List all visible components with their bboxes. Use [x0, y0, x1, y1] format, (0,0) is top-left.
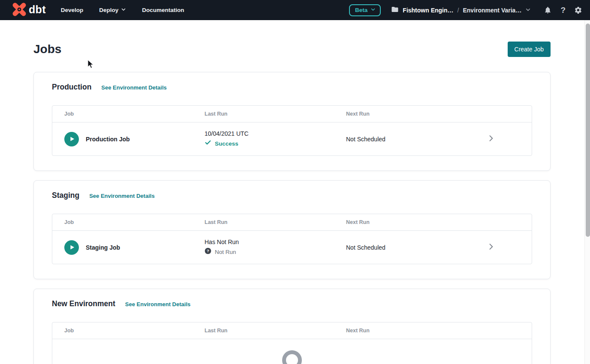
success-check-icon	[205, 139, 211, 148]
breadcrumb[interactable]: Fishtown Engin… / Environment Varia…	[391, 6, 531, 15]
column-header-last-run: Last Run	[205, 111, 346, 117]
job-row-staging[interactable]: Staging Job Has Not Run ? Not Run Not Sc…	[52, 231, 532, 264]
breadcrumb-page[interactable]: Environment Varia…	[463, 7, 521, 14]
not-run-question-icon: ?	[205, 248, 211, 256]
column-header-next-run: Next Run	[346, 219, 450, 225]
nav-item-deploy[interactable]: Deploy	[99, 7, 126, 13]
jobs-table: Job Last Run Next Run Staging Job Has No…	[52, 214, 532, 264]
main-content: Jobs Create Job Production See Environme…	[0, 20, 590, 364]
create-job-button[interactable]: Create Job	[508, 42, 551, 57]
run-job-play-button[interactable]	[64, 240, 79, 255]
job-row-production[interactable]: Production Job 10/04/2021 UTC Success No…	[52, 122, 532, 155]
next-run-value: Not Scheduled	[346, 244, 450, 251]
dbt-logo[interactable]: dbt	[12, 2, 46, 18]
chevron-right-icon[interactable]	[487, 134, 495, 144]
environment-card-new-environment: New Environment See Environment Details …	[33, 289, 551, 364]
primary-nav: Develop Deploy Documentation	[61, 7, 184, 13]
job-name[interactable]: Production Job	[86, 136, 130, 143]
chevron-down-icon	[525, 6, 531, 14]
column-header-job: Job	[52, 111, 205, 117]
play-icon	[69, 136, 75, 142]
empty-jobs-area	[52, 339, 532, 364]
column-header-job: Job	[52, 219, 205, 225]
scrollbar-thumb[interactable]	[586, 24, 590, 237]
chevron-right-icon[interactable]	[487, 242, 495, 253]
breadcrumb-separator: /	[458, 7, 459, 14]
scrollbar-track[interactable]	[584, 20, 590, 364]
environment-card-production: Production See Environment Details Job L…	[33, 72, 551, 171]
last-run-date: Has Not Run	[205, 239, 346, 245]
environment-title: Production	[52, 83, 91, 92]
environment-card-staging: Staging See Environment Details Job Last…	[33, 180, 551, 279]
last-run-date: 10/04/2021 UTC	[205, 130, 346, 137]
page-title: Jobs	[33, 42, 61, 56]
see-environment-details-link[interactable]: See Environment Details	[89, 193, 154, 199]
table-header-row: Job Last Run Next Run	[52, 214, 532, 231]
top-nav: dbt Develop Deploy Documentation Beta	[0, 0, 590, 20]
column-header-last-run: Last Run	[205, 328, 346, 334]
chevron-down-icon	[370, 7, 376, 13]
see-environment-details-link[interactable]: See Environment Details	[101, 84, 166, 91]
column-header-next-run: Next Run	[346, 111, 450, 117]
environment-title: New Environment	[52, 299, 115, 308]
folder-icon	[391, 6, 399, 15]
settings-gear-icon[interactable]	[574, 6, 582, 14]
dbt-logo-icon	[12, 2, 27, 18]
nav-item-develop[interactable]: Develop	[61, 7, 84, 13]
notifications-bell-icon[interactable]	[544, 6, 552, 14]
last-run-status: Not Run	[215, 249, 236, 255]
column-header-last-run: Last Run	[205, 219, 346, 225]
help-icon[interactable]: ?	[560, 6, 566, 14]
table-header-row: Job Last Run Next Run	[52, 106, 532, 122]
chevron-down-icon	[121, 7, 126, 13]
last-run-status: Success	[215, 140, 238, 147]
table-header-row: Job Last Run Next Run	[52, 322, 532, 339]
job-name[interactable]: Staging Job	[86, 244, 120, 251]
dbt-logo-text: dbt	[29, 4, 46, 16]
next-run-value: Not Scheduled	[346, 136, 450, 143]
beta-selector[interactable]: Beta	[349, 4, 381, 16]
column-header-job: Job	[52, 328, 205, 334]
jobs-table: Job Last Run Next Run Production Job 10/…	[52, 105, 532, 156]
jobs-table: Job Last Run Next Run	[52, 322, 532, 364]
empty-state-icon	[282, 350, 302, 364]
environment-title: Staging	[52, 191, 79, 200]
see-environment-details-link[interactable]: See Environment Details	[125, 301, 190, 307]
breadcrumb-project[interactable]: Fishtown Engin…	[403, 7, 453, 14]
run-job-play-button[interactable]	[64, 132, 79, 146]
svg-text:?: ?	[207, 248, 209, 253]
column-header-next-run: Next Run	[346, 328, 450, 334]
nav-item-documentation[interactable]: Documentation	[142, 7, 184, 13]
play-icon	[69, 244, 75, 251]
